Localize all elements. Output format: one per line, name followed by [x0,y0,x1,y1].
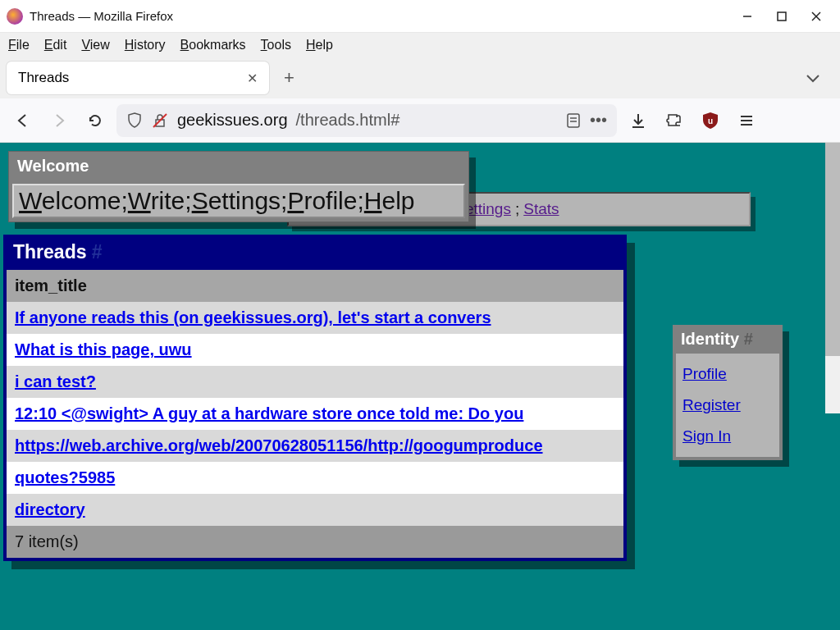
downloads-button[interactable] [623,106,653,135]
identity-link-profile[interactable]: Profile [682,358,773,390]
insecure-lock-icon[interactable] [151,112,169,130]
nav-toolbar: geekissues.org/threads.html# ••• u [0,98,840,143]
threads-panel: Threads # item_title If anyone reads thi… [3,235,627,561]
firefox-icon [7,8,23,25]
thread-link[interactable]: directory [15,500,85,518]
welcome-link-settings[interactable]: Settings [192,187,281,215]
welcome-link-welcome[interactable]: Welcome [19,187,121,215]
thread-row: directory [7,494,623,526]
app-menu-button[interactable] [732,106,761,135]
thread-link[interactable]: i can test? [15,372,96,390]
thread-row: 12:10 <@swight> A guy at a hardware stor… [7,398,623,430]
svg-rect-1 [778,12,786,21]
back-button[interactable] [8,106,38,135]
menu-file[interactable]: File [8,38,30,52]
thread-row: What is this page, uwu [7,334,623,366]
welcome-panel: Welcome Welcome ; Write ; Settings ; Pro… [8,151,469,222]
page-viewport: ge; Cascade; Reset | Settings; Stats Wel… [0,143,840,630]
window-titlebar: Threads — Mozilla Firefox [0,0,840,33]
welcome-link-write[interactable]: Write [128,187,185,215]
page-actions-icon[interactable]: ••• [590,111,607,130]
tabstrip: Threads ✕ + [0,57,840,98]
thread-link[interactable]: quotes?5985 [15,468,115,486]
svg-text:u: u [708,116,713,126]
menu-view[interactable]: View [81,38,109,52]
threads-title: Threads # [3,235,627,270]
tab-close-icon[interactable]: ✕ [247,71,258,86]
thread-link[interactable]: 12:10 <@swight> A guy at a hardware stor… [15,404,523,422]
menu-bookmarks[interactable]: Bookmarks [180,38,246,52]
menu-tools[interactable]: Tools [261,38,291,52]
welcome-bar: Welcome ; Write ; Settings ; Profile ; H… [12,184,465,218]
url-path: /threads.html# [296,111,400,130]
url-bar[interactable]: geekissues.org/threads.html# ••• [116,104,617,137]
svg-rect-6 [568,114,579,127]
thread-row: i can test? [7,366,623,398]
menu-history[interactable]: History [125,38,166,52]
thread-link[interactable]: What is this page, uwu [15,340,192,358]
window-minimize-button[interactable] [730,5,765,28]
welcome-title: Welcome [9,152,468,184]
thread-link[interactable]: If anyone reads this (on geekissues.org)… [15,308,491,326]
forward-button[interactable] [44,106,74,135]
identity-link-signin[interactable]: Sign In [682,421,773,452]
welcome-link-profile[interactable]: Profile [287,187,357,215]
welcome-link-help[interactable]: Help [364,187,415,215]
toolbar-link-stats[interactable]: Stats [523,200,559,218]
reload-button[interactable] [80,106,110,135]
new-tab-button[interactable]: + [279,67,299,89]
extensions-button[interactable] [660,106,689,135]
threads-footer: 7 item(s) [7,526,623,558]
thread-row: quotes?5985 [7,462,623,494]
tab-title: Threads [18,70,247,86]
thread-link[interactable]: https://web.archive.org/web/200706280511… [15,436,543,454]
menu-help[interactable]: Help [306,38,333,52]
tab-threads[interactable]: Threads ✕ [7,62,269,94]
window-maximize-button[interactable] [765,5,799,28]
menu-edit[interactable]: Edit [44,38,67,52]
menubar: File Edit View History Bookmarks Tools H… [0,33,840,57]
thread-row: If anyone reads this (on geekissues.org)… [7,302,623,334]
identity-panel: Identity # Profile Register Sign In [673,325,783,460]
identity-title: Identity # [673,325,783,354]
scrollbar-thumb[interactable] [825,143,840,356]
url-host: geekissues.org [177,111,288,130]
reader-mode-icon[interactable] [565,112,582,130]
window-title: Threads — Mozilla Firefox [30,9,173,23]
ublock-icon[interactable]: u [696,106,725,135]
shield-icon[interactable] [126,112,143,130]
window-close-button[interactable] [799,5,833,28]
identity-link-register[interactable]: Register [682,390,773,421]
threads-column-header: item_title [7,270,623,302]
thread-row: https://web.archive.org/web/200706280511… [7,430,623,462]
tab-overflow-button[interactable] [792,73,833,83]
